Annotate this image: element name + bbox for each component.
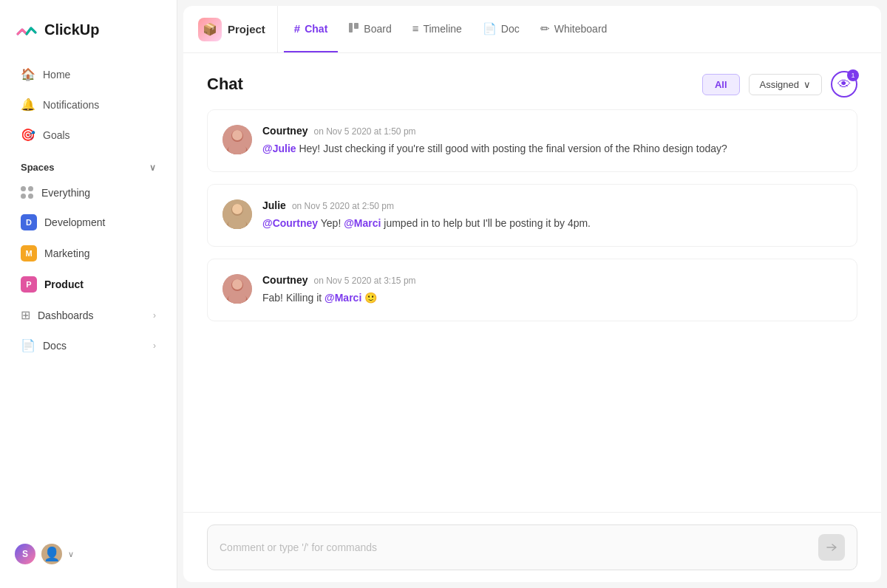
message-3-header: Courtney on Nov 5 2020 at 3:15 pm <box>262 274 842 286</box>
watch-button[interactable]: 👁 1 <box>831 71 857 98</box>
sidebar: ClickUp 🏠 Home 🔔 Notifications 🎯 Goals S… <box>0 0 177 588</box>
message-1-content: Courtney on Nov 5 2020 at 1:50 pm @Julie… <box>262 125 842 157</box>
sidebar-item-everything[interactable]: Everything <box>6 180 171 206</box>
everything-icon <box>21 186 34 199</box>
development-badge: D <box>21 214 37 230</box>
marketing-label: Marketing <box>44 247 89 259</box>
message-1-body: Hey! Just checking if you're still good … <box>299 143 727 154</box>
message-3-content: Courtney on Nov 5 2020 at 3:15 pm Fab! K… <box>262 274 842 306</box>
courtney-avatar-2 <box>222 274 252 304</box>
message-3-emoji: 🙂 <box>364 292 377 304</box>
message-1-text: @Julie Hey! Just checking if you're stil… <box>262 141 842 157</box>
spaces-chevron-icon[interactable]: ∨ <box>149 163 156 173</box>
assigned-chevron-icon: ∨ <box>803 79 811 90</box>
mention-marci-2: @Marci <box>324 292 361 304</box>
svg-point-5 <box>232 130 242 140</box>
doc-tab-icon: 📄 <box>483 22 497 35</box>
chat-area: Chat All Assigned ∨ 👁 1 <box>183 53 881 582</box>
project-tab[interactable]: 📦 Project <box>198 6 278 52</box>
message-2-body: jumped in to help but I'll be posting it… <box>384 217 591 229</box>
sidebar-item-development[interactable]: D Development <box>6 208 171 237</box>
spaces-label: Spaces <box>21 162 55 173</box>
tab-timeline[interactable]: ≡ Timeline <box>402 6 472 52</box>
tab-board[interactable]: Board <box>338 6 401 52</box>
chat-tab-label: Chat <box>305 23 327 35</box>
tab-chat[interactable]: # Chat <box>284 6 338 52</box>
comment-placeholder: Comment or type '/' for commands <box>220 541 818 553</box>
tab-whiteboard[interactable]: ✏ Whiteboard <box>530 6 618 52</box>
development-label: Development <box>44 216 106 228</box>
project-label: Project <box>228 23 265 35</box>
mention-julie-1: @Julie <box>262 143 296 154</box>
svg-point-10 <box>232 204 242 214</box>
svg-point-15 <box>232 279 242 290</box>
sidebar-item-dashboards[interactable]: ⊞ Dashboards › <box>6 301 171 329</box>
chat-tab-icon: # <box>294 22 300 35</box>
send-icon <box>826 541 837 553</box>
docs-icon: 📄 <box>21 338 35 352</box>
chat-title: Chat <box>207 75 243 94</box>
sidebar-item-home[interactable]: 🏠 Home <box>6 60 171 89</box>
messages-area: Courtney on Nov 5 2020 at 1:50 pm @Julie… <box>183 109 881 512</box>
user-avatar-photo[interactable]: 👤 <box>41 544 62 564</box>
send-button[interactable] <box>818 534 845 561</box>
home-label: Home <box>43 69 70 81</box>
mention-courtney: @Courtney <box>262 217 318 229</box>
spaces-header: Spaces ∨ <box>6 150 171 179</box>
message-2-text: @Courtney Yep! @Marci jumped in to help … <box>262 216 842 231</box>
sidebar-item-product[interactable]: P Product <box>6 270 171 299</box>
goals-icon: 🎯 <box>21 128 35 142</box>
home-icon: 🏠 <box>21 67 35 81</box>
sidebar-item-marketing[interactable]: M Marketing <box>6 239 171 268</box>
user-avatar-initial[interactable]: S <box>15 544 35 564</box>
message-1-header: Courtney on Nov 5 2020 at 1:50 pm <box>262 125 842 137</box>
svg-rect-0 <box>349 23 353 33</box>
docs-label: Docs <box>43 340 67 352</box>
notifications-label: Notifications <box>43 99 99 111</box>
message-3-time: on Nov 5 2020 at 3:15 pm <box>313 276 415 286</box>
whiteboard-tab-icon: ✏ <box>540 22 550 35</box>
message-3-author: Courtney <box>262 274 307 286</box>
dashboards-icon: ⊞ <box>21 308 30 322</box>
message-2-content: Julie on Nov 5 2020 at 2:50 pm @Courtney… <box>262 199 842 231</box>
doc-tab-label: Doc <box>501 23 520 35</box>
whiteboard-tab-label: Whiteboard <box>554 23 608 35</box>
mention-marci-1: @Marci <box>344 217 381 229</box>
timeline-tab-icon: ≡ <box>412 22 419 35</box>
message-2-author: Julie <box>262 199 286 211</box>
tab-doc[interactable]: 📄 Doc <box>472 6 530 52</box>
message-2-time: on Nov 5 2020 at 2:50 pm <box>292 201 394 211</box>
svg-rect-1 <box>354 23 358 29</box>
user-menu-chevron-icon[interactable]: ∨ <box>68 550 74 559</box>
marketing-badge: M <box>21 245 37 261</box>
top-nav: 📦 Project # Chat Board ≡ Timeline 📄 Doc … <box>183 6 881 53</box>
watch-badge: 1 <box>847 69 859 81</box>
timeline-tab-label: Timeline <box>423 23 461 35</box>
input-area: Comment or type '/' for commands <box>183 512 881 582</box>
message-1: Courtney on Nov 5 2020 at 1:50 pm @Julie… <box>207 109 857 172</box>
sidebar-item-goals[interactable]: 🎯 Goals <box>6 120 171 149</box>
dashboards-label: Dashboards <box>38 310 94 321</box>
filter-all-button[interactable]: All <box>702 74 740 95</box>
product-badge: P <box>21 276 37 293</box>
sidebar-item-notifications[interactable]: 🔔 Notifications <box>6 90 171 119</box>
filter-assigned-button[interactable]: Assigned ∨ <box>749 74 822 95</box>
courtney-avatar-1 <box>222 125 252 154</box>
chat-header: Chat All Assigned ∨ 👁 1 <box>183 53 881 109</box>
message-3-text: Fab! Killing it @Marci 🙂 <box>262 290 842 306</box>
goals-label: Goals <box>43 129 70 141</box>
sidebar-item-docs[interactable]: 📄 Docs › <box>6 331 171 360</box>
comment-input-box[interactable]: Comment or type '/' for commands <box>207 524 857 570</box>
logo-text: ClickUp <box>44 21 99 38</box>
julie-avatar <box>222 199 252 229</box>
everything-label: Everything <box>41 187 90 199</box>
assigned-label: Assigned <box>760 79 799 90</box>
message-3: Courtney on Nov 5 2020 at 3:15 pm Fab! K… <box>207 259 857 321</box>
message-1-time: on Nov 5 2020 at 1:50 pm <box>313 126 415 137</box>
product-label: Product <box>44 278 84 290</box>
sidebar-bottom: S 👤 ∨ <box>0 532 177 576</box>
message-1-author: Courtney <box>262 125 307 137</box>
message-2-header: Julie on Nov 5 2020 at 2:50 pm <box>262 199 842 211</box>
board-tab-label: Board <box>364 23 391 35</box>
main-content: 📦 Project # Chat Board ≡ Timeline 📄 Doc … <box>183 6 881 582</box>
